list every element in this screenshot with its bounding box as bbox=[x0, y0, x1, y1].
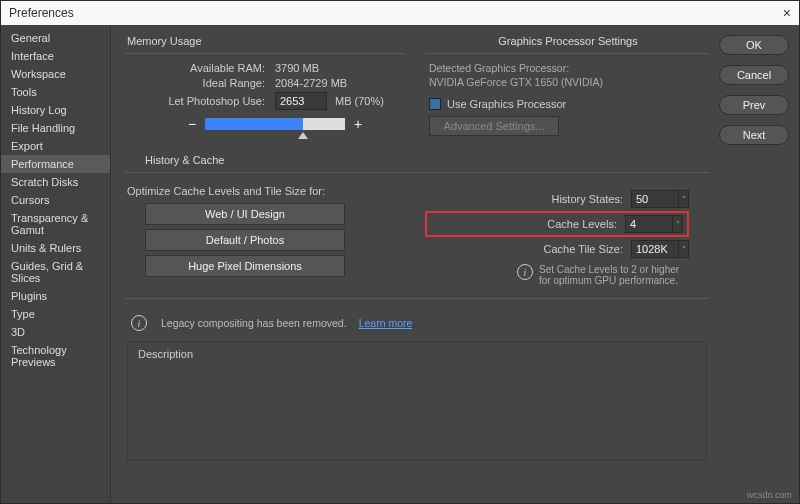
history-cache-title: History & Cache bbox=[145, 154, 709, 166]
photoshop-use-suffix: MB (70%) bbox=[335, 95, 384, 107]
sidebar-item-export[interactable]: Export bbox=[1, 137, 110, 155]
ideal-range-value: 2084-2729 MB bbox=[275, 77, 347, 89]
available-ram-value: 3790 MB bbox=[275, 62, 319, 74]
sidebar-item-general[interactable]: General bbox=[1, 29, 110, 47]
advanced-settings-button[interactable]: Advanced Settings... bbox=[429, 116, 559, 136]
info-icon: i bbox=[517, 264, 533, 280]
sidebar-item-units-rulers[interactable]: Units & Rulers bbox=[1, 239, 110, 257]
sidebar-item-technology-previews[interactable]: Technology Previews bbox=[1, 341, 110, 371]
close-icon[interactable]: × bbox=[783, 5, 791, 21]
main-panel: Memory Usage Available RAM: 3790 MB Idea… bbox=[111, 25, 719, 503]
description-title: Description bbox=[138, 348, 696, 360]
sidebar-item-type[interactable]: Type bbox=[1, 305, 110, 323]
detected-gp-label: Detected Graphics Processor: bbox=[429, 62, 709, 74]
available-ram-label: Available RAM: bbox=[125, 62, 265, 74]
photoshop-use-input[interactable] bbox=[275, 92, 327, 110]
cache-tile-size-label: Cache Tile Size: bbox=[544, 243, 623, 255]
info-icon: i bbox=[131, 315, 147, 331]
watermark: wcsdn.com bbox=[747, 490, 792, 500]
sidebar-item-tools[interactable]: Tools bbox=[1, 83, 110, 101]
sidebar-item-workspace[interactable]: Workspace bbox=[1, 65, 110, 83]
sidebar-item-file-handling[interactable]: File Handling bbox=[1, 119, 110, 137]
titlebar: Preferences × bbox=[1, 1, 799, 25]
chevron-down-icon[interactable]: ˅ bbox=[673, 215, 683, 233]
web-ui-design-button[interactable]: Web / UI Design bbox=[145, 203, 345, 225]
cache-tile-size-input[interactable]: 1028K bbox=[631, 240, 679, 258]
use-gp-checkbox[interactable] bbox=[429, 98, 441, 110]
window-title: Preferences bbox=[9, 6, 74, 20]
slider-fill bbox=[205, 118, 303, 130]
ok-button[interactable]: OK bbox=[719, 35, 789, 55]
sidebar-item-guides-grid-slices[interactable]: Guides, Grid & Slices bbox=[1, 257, 110, 287]
photoshop-use-label: Let Photoshop Use: bbox=[125, 95, 265, 107]
next-button[interactable]: Next bbox=[719, 125, 789, 145]
use-gp-label: Use Graphics Processor bbox=[447, 98, 566, 110]
sidebar: GeneralInterfaceWorkspaceToolsHistory Lo… bbox=[1, 25, 111, 503]
prev-button[interactable]: Prev bbox=[719, 95, 789, 115]
chevron-down-icon[interactable]: ˅ bbox=[679, 190, 689, 208]
cache-info-text: Set Cache Levels to 2 or higher for opti… bbox=[539, 264, 689, 286]
sidebar-item-plugins[interactable]: Plugins bbox=[1, 287, 110, 305]
ideal-range-label: Ideal Range: bbox=[125, 77, 265, 89]
cache-levels-label: Cache Levels: bbox=[547, 218, 617, 230]
detected-gp-value: NVIDIA GeForce GTX 1650 (NVIDIA) bbox=[429, 76, 709, 88]
preferences-window: Preferences × GeneralInterfaceWorkspaceT… bbox=[0, 0, 800, 504]
cancel-button[interactable]: Cancel bbox=[719, 65, 789, 85]
sidebar-item-transparency-gamut[interactable]: Transparency & Gamut bbox=[1, 209, 110, 239]
sidebar-item-performance[interactable]: Performance bbox=[1, 155, 110, 173]
dialog-buttons: OK Cancel Prev Next bbox=[719, 25, 799, 503]
cache-levels-highlight: Cache Levels: 4 ˅ bbox=[425, 211, 689, 237]
sidebar-item-scratch-disks[interactable]: Scratch Disks bbox=[1, 173, 110, 191]
sidebar-item-3d[interactable]: 3D bbox=[1, 323, 110, 341]
slider-track[interactable] bbox=[205, 118, 345, 130]
learn-more-link[interactable]: Learn more bbox=[359, 317, 413, 329]
history-states-input[interactable]: 50 bbox=[631, 190, 679, 208]
slider-minus-button[interactable]: − bbox=[185, 116, 199, 132]
legacy-text: Legacy compositing has been removed. bbox=[161, 317, 347, 329]
memory-slider[interactable]: − + bbox=[185, 116, 405, 132]
slider-thumb-icon[interactable] bbox=[298, 132, 308, 139]
description-box: Description bbox=[127, 341, 707, 461]
sidebar-item-cursors[interactable]: Cursors bbox=[1, 191, 110, 209]
memory-usage-title: Memory Usage bbox=[127, 35, 405, 47]
huge-pixel-button[interactable]: Huge Pixel Dimensions bbox=[145, 255, 345, 277]
graphics-title: Graphics Processor Settings bbox=[427, 35, 709, 47]
default-photos-button[interactable]: Default / Photos bbox=[145, 229, 345, 251]
history-states-label: History States: bbox=[551, 193, 623, 205]
window-body: GeneralInterfaceWorkspaceToolsHistory Lo… bbox=[1, 25, 799, 503]
cache-levels-input[interactable]: 4 bbox=[625, 215, 673, 233]
chevron-down-icon[interactable]: ˅ bbox=[679, 240, 689, 258]
sidebar-item-history-log[interactable]: History Log bbox=[1, 101, 110, 119]
sidebar-item-interface[interactable]: Interface bbox=[1, 47, 110, 65]
optimize-label: Optimize Cache Levels and Tile Size for: bbox=[127, 185, 405, 197]
slider-plus-button[interactable]: + bbox=[351, 116, 365, 132]
